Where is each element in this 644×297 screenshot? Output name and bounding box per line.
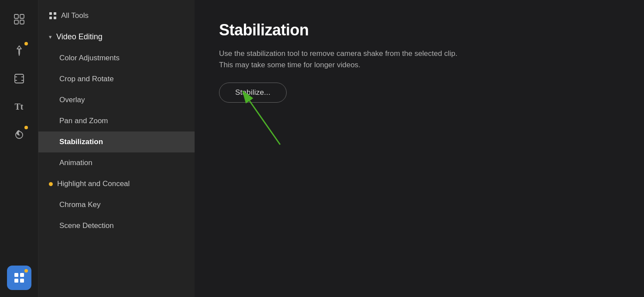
- highlight-and-conceal-label: Highlight and Conceal: [57, 180, 130, 188]
- svg-rect-1: [20, 14, 24, 18]
- mask-icon[interactable]: [7, 122, 31, 147]
- grid-dot-badge: [24, 269, 28, 273]
- sidebar-item-color-adjustments[interactable]: Color Adjustments: [38, 48, 195, 69]
- svg-rect-18: [54, 17, 56, 19]
- animation-label: Animation: [59, 159, 92, 167]
- arrow-annotation: [245, 97, 298, 151]
- stabilization-label: Stabilization: [59, 138, 103, 146]
- page-description: Use the stabilization tool to remove cam…: [219, 48, 542, 70]
- svg-rect-11: [14, 273, 18, 277]
- trim-icon[interactable]: [7, 66, 31, 91]
- svg-rect-13: [14, 279, 18, 283]
- text-icon[interactable]: Tt: [7, 94, 31, 119]
- stabilize-button[interactable]: Stabilize...: [219, 83, 287, 103]
- highlight-dot-badge: [49, 182, 53, 186]
- svg-rect-14: [20, 279, 24, 283]
- arrow-svg: [245, 97, 298, 149]
- sidebar-item-animation[interactable]: Animation: [38, 152, 195, 173]
- page-title: Stabilization: [219, 21, 620, 39]
- scene-detection-label: Scene Detection: [59, 221, 114, 230]
- overlay-label: Overlay: [59, 96, 85, 104]
- pan-and-zoom-label: Pan and Zoom: [59, 117, 108, 125]
- sidebar-item-crop-and-rotate[interactable]: Crop and Rotate: [38, 69, 195, 90]
- video-editing-label: Video Editing: [56, 32, 103, 41]
- grid-icon[interactable]: [7, 266, 31, 290]
- pin-icon[interactable]: [7, 38, 31, 63]
- svg-rect-12: [20, 273, 24, 277]
- crop-and-rotate-label: Crop and Rotate: [59, 75, 114, 83]
- stabilize-button-wrapper: Stabilize...: [219, 83, 620, 103]
- svg-rect-15: [49, 12, 52, 15]
- text-icon-glyph: Tt: [15, 102, 24, 112]
- svg-rect-2: [14, 20, 18, 24]
- svg-rect-3: [20, 20, 24, 24]
- svg-rect-16: [54, 12, 56, 15]
- svg-rect-0: [14, 14, 18, 18]
- svg-line-20: [250, 101, 280, 145]
- sidebar-item-scene-detection[interactable]: Scene Detection: [38, 215, 195, 236]
- add-clip-icon[interactable]: [7, 7, 31, 31]
- all-tools-item[interactable]: All Tools: [38, 5, 195, 26]
- icon-sidebar: Tt: [0, 0, 38, 297]
- main-content: Stabilization Use the stabilization tool…: [195, 0, 644, 297]
- chevron-down-icon: ▾: [49, 34, 52, 40]
- nav-sidebar: All Tools ▾ Video Editing Color Adjustme…: [38, 0, 195, 297]
- sidebar-item-overlay[interactable]: Overlay: [38, 90, 195, 111]
- sidebar-item-highlight-and-conceal[interactable]: Highlight and Conceal: [38, 173, 195, 194]
- svg-rect-5: [15, 74, 24, 83]
- sidebar-item-chroma-key[interactable]: Chroma Key: [38, 194, 195, 215]
- sidebar-item-pan-and-zoom[interactable]: Pan and Zoom: [38, 111, 195, 131]
- svg-rect-17: [49, 17, 52, 19]
- sidebar-item-stabilization[interactable]: Stabilization: [38, 131, 195, 152]
- color-adjustments-label: Color Adjustments: [59, 54, 120, 62]
- all-tools-label: All Tools: [61, 11, 89, 20]
- chroma-key-label: Chroma Key: [59, 200, 100, 209]
- pin-dot-badge: [24, 42, 28, 45]
- grid-small-icon: [49, 12, 57, 20]
- mask-dot-badge: [24, 126, 28, 129]
- video-editing-header[interactable]: ▾ Video Editing: [38, 26, 195, 48]
